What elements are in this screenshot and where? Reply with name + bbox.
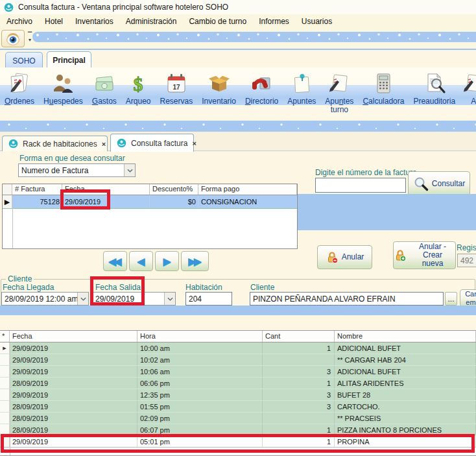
eye-button[interactable] — [1, 30, 25, 47]
menu-bar: ArchivoHotelInventariosAdministraciónCam… — [0, 14, 476, 29]
ribbon-item-arqueo[interactable]: $Arqueo — [121, 67, 156, 106]
table-row[interactable]: 28/09/201901:55 pm3CARTOCHO. — [0, 401, 476, 413]
ribbon-item-label: Gastos — [92, 97, 117, 106]
detail-cell-nombre: ADICIONAL BUFET — [335, 366, 476, 377]
title-bar: Consulta factura - Ventana principal sof… — [0, 0, 476, 14]
tab-rack-de-habitaciones[interactable]: Rack de habitaciones × — [2, 136, 108, 151]
ribbon-item-partial[interactable]: A — [460, 67, 476, 106]
table-row[interactable]: 28/09/201906:06 pm1ALITAS ARIDENTES — [0, 378, 476, 389]
ribbon-item-ordenes[interactable]: Ordenes — [0, 67, 39, 106]
cliente-field[interactable]: PINZON PEÑARANDA ALVARO EFRAIN — [250, 292, 444, 306]
consultar-label: Consultar — [432, 180, 465, 188]
registro-label: Regist — [457, 243, 476, 252]
query-mode-select[interactable]: Numero de Factura — [18, 163, 136, 177]
anular-crear-icon — [394, 249, 407, 262]
ribbon-item-preauditoria[interactable]: Preauditoria — [409, 67, 460, 106]
ribbon-item-gastos[interactable]: Gastos — [88, 67, 121, 106]
ribbon-item-huespedes[interactable]: Huespedes — [39, 67, 88, 106]
nav-last-button[interactable]: ▶▶ — [181, 251, 209, 271]
ribbon: OrdenesHuespedesGastos$Arqueo17ReservasI… — [0, 67, 476, 121]
table-row[interactable]: 29/09/201910:06 am3ADICIONAL BUFET — [0, 366, 476, 378]
fecha-salida-label: Fecha Salida — [95, 283, 141, 292]
close-icon[interactable]: × — [192, 139, 196, 147]
detail-cell-cant: 3 — [263, 401, 335, 412]
nav-prev-button[interactable]: ◀ — [129, 251, 153, 271]
fecha-llegada-select[interactable]: 28/09/2019 12:00 am — [1, 292, 89, 306]
tab-consulta-factura[interactable]: Consulta factura × — [110, 134, 194, 152]
app-icon — [117, 138, 126, 148]
ribbon-item-apuntes[interactable]: Apuntes — [283, 67, 320, 106]
tab-soho[interactable]: SOHO — [5, 52, 43, 69]
table-row[interactable]: 28/09/201906:07 pm1PIZZA INCANTO 8 PORCI… — [0, 424, 476, 436]
chevron-down-icon[interactable] — [124, 164, 135, 176]
consultar-button[interactable]: Consultar — [408, 171, 470, 196]
svg-text:$: $ — [134, 73, 143, 95]
chevron-down-icon[interactable] — [77, 293, 88, 305]
menu-item-usuarios[interactable]: Usuarios — [302, 17, 332, 26]
ribbon-item-apuntes-turno[interactable]: Apuntesturno — [320, 67, 358, 114]
anular-button[interactable]: Anular — [317, 245, 372, 269]
column-header-descuento[interactable]: Descuento% — [150, 184, 198, 195]
side-button[interactable]: Car em — [460, 289, 476, 307]
ribbon-item-calculadora[interactable]: Calculadora — [358, 67, 409, 106]
menu-item-hotel[interactable]: Hotel — [45, 17, 63, 26]
anular-crear-nueva-button[interactable]: Anular - Crear nueva — [393, 241, 456, 269]
detail-cell-nombre: CARTOCHO. — [335, 401, 476, 412]
fecha-salida-select[interactable]: 29/09/2019 — [92, 292, 176, 306]
column-header-nombre[interactable]: Nombre — [335, 331, 476, 342]
table-row[interactable]: ▶29/09/201910:00 am1ADICIONAL BUFET — [0, 342, 476, 354]
detail-cell-cant: 1 — [263, 436, 335, 447]
ribbon-item-directorio[interactable]: Directorio — [241, 67, 283, 106]
table-row[interactable]: 29/09/201910:02 am** CARGAR HAB 204 — [0, 354, 476, 366]
chevron-down-icon[interactable] — [164, 293, 175, 305]
nav-first-button[interactable]: ◀◀ — [103, 251, 127, 271]
menu-item-archivo[interactable]: Archivo — [6, 17, 32, 26]
detail-cell-nombre: BUFET 28 — [335, 389, 476, 400]
side-panel — [298, 194, 476, 230]
column-header-cant[interactable]: Cant — [263, 331, 335, 342]
ribbon-item-reservas[interactable]: 17Reservas — [156, 67, 198, 106]
column-header-fecha[interactable]: Fecha — [62, 184, 150, 195]
invoice-number-input[interactable] — [315, 178, 406, 193]
app-icon — [4, 3, 14, 12]
detail-cell-fecha: 28/09/2019 — [10, 413, 137, 424]
close-icon[interactable]: × — [102, 140, 106, 148]
detail-cell-hora: 10:00 am — [137, 342, 263, 354]
browse-cliente-button[interactable]: ... — [445, 292, 457, 306]
directorio-icon — [250, 71, 274, 96]
detail-cell-hora: 12:35 pm — [137, 389, 263, 400]
invoice-grid-header: # Factura Fecha Descuento% Forma pago — [3, 184, 297, 195]
row-marker: ▶ — [0, 342, 10, 354]
detail-cell-hora: 02:09 pm — [137, 413, 263, 424]
invoice-number-label: Digite el número de la factura — [315, 168, 417, 177]
menu-item-informes[interactable]: Informes — [259, 17, 289, 26]
detail-cell-hora: 10:06 am — [137, 366, 263, 377]
column-header-factura[interactable]: # Factura — [12, 184, 62, 195]
ribbon-item-label: Arqueo — [126, 97, 151, 106]
detail-cell-fecha: 28/09/2019 — [10, 378, 137, 389]
menu-item-cambio-de-turno[interactable]: Cambio de turno — [189, 17, 246, 26]
ribbon-item-label: Directorio — [245, 97, 278, 106]
registro-value: 492 — [457, 254, 476, 267]
table-row[interactable]: 29/09/201905:01 pm1PROPINA — [0, 436, 476, 448]
habitacion-field[interactable]: 204 — [185, 292, 232, 306]
detail-cell-hora: 01:55 pm — [137, 401, 263, 412]
ribbon-item-inventario[interactable]: Inventario — [197, 67, 241, 106]
invoice-row[interactable]: ▶ 75128 29/09/2019 $0 CONSIGNACION — [3, 195, 297, 209]
detail-cell-nombre: ** CARGAR HAB 204 — [335, 354, 476, 365]
detail-cell-cant — [263, 413, 335, 424]
search-icon — [413, 176, 429, 191]
detail-cell-hora: 06:07 pm — [137, 424, 263, 435]
table-row[interactable]: 28/09/201902:09 pm** PRACSEIS — [0, 413, 476, 424]
menu-item-inventarios[interactable]: Inventarios — [75, 17, 113, 26]
detail-cell-cant: 3 — [263, 389, 335, 400]
column-header-forma-pago[interactable]: Forma pago — [198, 184, 297, 195]
double-right-arrow-icon: ▶▶ — [188, 256, 199, 267]
cell-descuento: $0 — [150, 195, 198, 208]
column-header-hora[interactable]: Hora — [137, 331, 263, 342]
nav-next-button[interactable]: ▶ — [155, 251, 179, 271]
table-row[interactable]: 29/09/201912:35 pm3BUFET 28 — [0, 389, 476, 401]
column-header-fecha[interactable]: Fecha — [10, 331, 137, 342]
tab-principal[interactable]: Principal — [47, 51, 91, 69]
menu-item-administracion[interactable]: Administración — [126, 17, 177, 26]
